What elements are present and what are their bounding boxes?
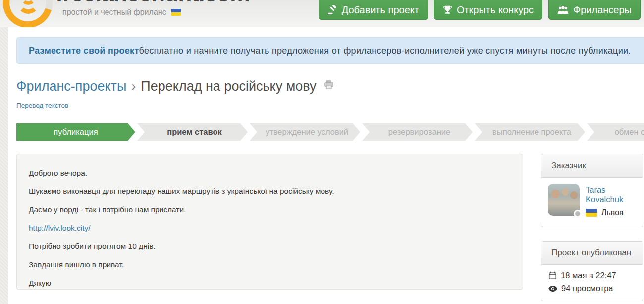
logo-mark-icon[interactable] — [3, 0, 53, 27]
logo-title[interactable]: freelancehunt.com — [55, 0, 250, 7]
customer-panel: Заказчик Taras Kovalchuk Львов — [541, 154, 643, 227]
top-header: freelancehunt.com простой и честный фрил… — [0, 0, 644, 27]
ukraine-flag-icon — [171, 9, 181, 16]
breadcrumb-section-link[interactable]: Фриланс-проекты — [16, 79, 126, 94]
step-reservation: резервирование — [362, 123, 473, 141]
freelancers-label: Фрилансеры — [573, 4, 632, 16]
freelancers-button[interactable]: Фрилансеры — [548, 0, 641, 20]
published-panel: Проект опубликован 18 мая в 22:47 94 про… — [541, 241, 643, 301]
page-title: Переклад на російську мову — [141, 79, 316, 94]
ukraine-flag-icon — [586, 209, 597, 217]
project-progress-steps: публикация прием ставок утверждение усло… — [16, 123, 644, 141]
step-bidding: прием ставок — [137, 123, 248, 141]
customer-location: Львов — [586, 208, 636, 217]
promo-banner: Разместите свой проект бесплатно и начни… — [16, 37, 644, 64]
published-panel-title: Проект опубликован — [541, 242, 643, 265]
customer-info: Taras Kovalchuk Львов — [586, 184, 636, 217]
customer-city-label: Львов — [601, 208, 624, 217]
print-button[interactable] — [323, 80, 334, 90]
users-icon — [557, 5, 569, 14]
left-texture-strip — [0, 0, 8, 304]
published-date-row: 18 мая в 22:47 — [548, 271, 636, 280]
step-terms-approval: утверждение условий — [250, 123, 360, 141]
step-publication: публикация — [16, 123, 135, 141]
project-description-box: Доброго вечора. Шукаємо виконавця для пе… — [16, 154, 523, 290]
views-row: 94 просмотра — [548, 284, 636, 293]
description-line: Завдання вишлю в приват. — [29, 259, 511, 270]
description-line: Шукаємо виконавця для перекладу наших ма… — [29, 186, 511, 196]
logo-tagline-text: простой и честный фриланс — [62, 8, 166, 17]
customer-panel-body: Taras Kovalchuk Львов — [541, 178, 643, 224]
promo-banner-text: бесплатно и начните получать предложения… — [139, 46, 631, 56]
trophy-icon — [443, 5, 452, 15]
offline-status-dot — [574, 210, 582, 218]
published-date: 18 мая в 22:47 — [561, 271, 616, 280]
step-execution: выполнение проекта — [475, 123, 585, 141]
printer-icon — [323, 80, 334, 90]
description-line: Потрібно зробити протягом 10 днів. — [29, 241, 511, 251]
add-project-label: Добавить проект — [342, 4, 419, 16]
customer-avatar[interactable] — [548, 184, 580, 216]
logo-tagline: простой и честный фриланс — [62, 8, 181, 17]
page-root: { "header": { "logo": { "title": "freela… — [0, 0, 644, 304]
category-link[interactable]: Перевод текстов — [16, 102, 68, 109]
description-line: Дякую — [29, 278, 511, 288]
customer-name-link[interactable]: Taras Kovalchuk — [586, 185, 636, 204]
description-line: Даємо у ворді - так і потрібно нам присл… — [29, 204, 511, 215]
calendar-icon — [548, 271, 557, 280]
project-external-link[interactable]: http://lviv.look.city/ — [29, 224, 91, 232]
step-feedback-exchange: обмен отзывами — [587, 123, 644, 141]
description-line: http://lviv.look.city/ — [29, 223, 511, 233]
published-panel-body: 18 мая в 22:47 94 просмотра — [541, 265, 643, 301]
open-contest-label: Открыть конкурс — [457, 4, 534, 16]
place-project-link[interactable]: Разместите свой проект — [29, 46, 139, 56]
description-line: Доброго вечора. — [29, 168, 511, 178]
open-contest-button[interactable]: Открыть конкурс — [434, 0, 542, 20]
header-nav: Добавить проект Открыть конкурс Фрилансе… — [319, 0, 641, 20]
eye-icon — [548, 286, 557, 292]
add-project-button[interactable]: Добавить проект — [319, 0, 428, 20]
breadcrumb-separator: › — [131, 79, 136, 94]
content-card: Разместите свой проект бесплатно и начни… — [8, 27, 644, 304]
breadcrumb: Фриланс-проекты › Переклад на російську … — [16, 79, 334, 94]
views-count: 94 просмотра — [561, 284, 613, 293]
customer-panel-title: Заказчик — [541, 154, 643, 178]
gavel-icon — [327, 5, 337, 15]
